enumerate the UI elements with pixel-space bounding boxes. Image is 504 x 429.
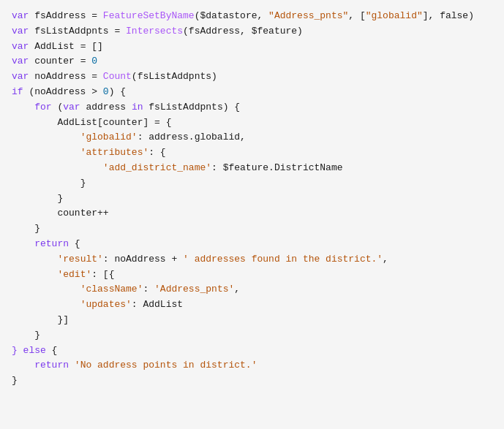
code-line: if (noAddress > 0) { (12, 85, 492, 100)
code-token: fsListAddpnts) { (148, 102, 240, 113)
code-token: address (86, 102, 131, 113)
code-token: Intersects (126, 26, 183, 37)
code-token: FeatureSetByName (103, 10, 195, 21)
code-token: , [ (348, 10, 365, 21)
code-token: var (63, 102, 86, 113)
code-line: var fsAddress = FeatureSetByName($datast… (12, 9, 492, 24)
code-token: var (12, 41, 34, 52)
code-token: 'result' (57, 254, 102, 265)
code-token: AddList[counter] = { (57, 117, 171, 128)
code-token: : address.globalid, (138, 132, 246, 143)
code-token: , (234, 284, 240, 295)
code-token: if (12, 86, 29, 97)
code-token: : noAddress + (103, 254, 183, 265)
code-line: 'className': 'Address_pnts', (12, 282, 492, 297)
code-token: } (80, 178, 86, 189)
code-token: 'className' (80, 284, 143, 295)
code-token: AddList = [] (34, 41, 103, 52)
code-token: (fsListAddpnts) (132, 71, 217, 82)
code-token: 'No address points in district.' (75, 360, 257, 371)
code-token: } else (12, 345, 52, 356)
code-token: ' addresses found in the district.' (183, 254, 383, 265)
code-token: : (143, 284, 154, 295)
code-token: 'updates' (80, 299, 132, 310)
code-token: } (57, 193, 63, 204)
code-token: return (34, 238, 75, 249)
code-content: var fsAddress = FeatureSetByName($datast… (12, 9, 492, 389)
code-line: } (12, 191, 492, 207)
code-line: 'updates': AddList (12, 297, 492, 313)
code-token: }] (57, 314, 69, 325)
code-token: in (132, 102, 148, 113)
code-token: , (383, 254, 388, 265)
code-line: } (12, 328, 492, 343)
code-token: 'attributes' (80, 147, 149, 158)
code-line: var AddList = [] (12, 39, 492, 55)
code-line: counter++ (12, 206, 492, 221)
code-token: 'edit' (57, 269, 91, 280)
code-line: for (var address in fsListAddpnts) { (12, 100, 492, 115)
code-line: } (12, 176, 492, 191)
code-line: } (12, 373, 492, 389)
code-editor: var fsAddress = FeatureSetByName($datast… (0, 0, 504, 429)
code-line: var counter = 0 (12, 54, 492, 69)
code-line: 'globalid': address.globalid, (12, 130, 492, 145)
code-token: fsListAddpnts = (34, 26, 126, 37)
code-line: var fsListAddpnts = Intersects(fsAddress… (12, 24, 492, 39)
code-token: for (34, 102, 57, 113)
code-token: : { (148, 147, 165, 158)
code-token: "Address_pnts" (268, 10, 348, 21)
code-token: 0 (91, 56, 97, 67)
code-token: (fsAddress, $feature) (183, 26, 303, 37)
code-token: { (75, 238, 80, 249)
code-token: counter = (34, 56, 91, 67)
code-token: fsAddress = (34, 10, 103, 21)
code-line: 'add_district_name': $feature.DistrictNa… (12, 161, 492, 176)
code-token: } (34, 330, 40, 341)
code-token: var (12, 26, 34, 37)
code-token: 'add_district_name' (103, 162, 211, 173)
code-line: 'result': noAddress + ' addresses found … (12, 252, 492, 267)
code-token: } (12, 375, 18, 386)
code-token: counter++ (57, 208, 108, 219)
code-token: Count (103, 71, 132, 82)
code-token: var (12, 56, 34, 67)
code-token: } (34, 223, 40, 234)
code-token: var (12, 71, 34, 82)
code-line: var noAddress = Count(fsListAddpnts) (12, 69, 492, 85)
code-line: return { (12, 237, 492, 252)
code-token: 'Address_pnts' (154, 284, 234, 295)
code-line: return 'No address points in district.' (12, 358, 492, 373)
code-line: } (12, 221, 492, 237)
code-token: ($datastore, (195, 10, 268, 21)
code-token: : AddList (132, 299, 183, 310)
code-line: 'attributes': { (12, 145, 492, 161)
code-token: noAddress = (34, 71, 103, 82)
code-token: "globalid" (366, 10, 423, 21)
code-line: } else { (12, 343, 492, 359)
code-token: 'globalid' (80, 132, 138, 143)
code-line: 'edit': [{ (12, 267, 492, 283)
code-token: var (12, 10, 34, 21)
code-token: { (52, 345, 58, 356)
code-token: : $feature.DistrictName (211, 162, 342, 173)
code-line: }] (12, 313, 492, 328)
code-token: ], false) (423, 10, 474, 21)
code-token: 0 (103, 86, 109, 97)
code-token: ) { (109, 86, 126, 97)
code-token: (noAddress > (29, 86, 102, 97)
code-token: : [{ (91, 269, 114, 280)
code-token: return (34, 360, 75, 371)
code-line: AddList[counter] = { (12, 115, 492, 131)
